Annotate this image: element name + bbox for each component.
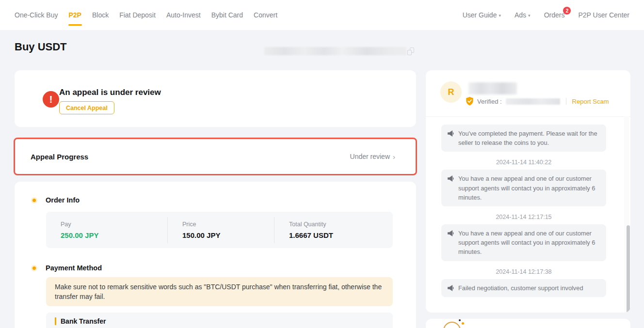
order-info-box: Pay 250.00 JPY Price 150.00 JPY Total Qu… [46, 212, 393, 248]
price-value: 150.00 JPY [182, 231, 274, 239]
message-timestamp: 2024-11-14 11:40:22 [441, 159, 606, 166]
sparkle-icon [462, 322, 464, 325]
chat-message-list: You've completed the payment. Please wai… [426, 116, 630, 312]
order-details-card: Order Info Pay 250.00 JPY Price 150.00 J… [15, 182, 416, 328]
ads-menu[interactable]: Ads▾ [515, 11, 531, 19]
order-info-section-header: Order Info [32, 196, 80, 204]
total-quantity-label: Total Quantity [289, 221, 393, 228]
caret-down-icon: ▾ [499, 13, 501, 18]
appeal-banner-card: ! An appeal is under review Cancel Appea… [15, 70, 416, 127]
bullet-dot-icon [32, 266, 36, 270]
sparkle-icon [459, 319, 461, 321]
megaphone-icon [447, 284, 454, 292]
chat-scrollbar-thumb[interactable] [627, 225, 630, 312]
price-label: Price [182, 221, 274, 228]
copy-icon-front [407, 50, 412, 55]
bank-transfer-label: Bank Transfer [61, 317, 106, 325]
copy-icon[interactable] [407, 47, 414, 55]
order-info-heading: Order Info [46, 196, 80, 204]
ads-label: Ads [515, 11, 526, 19]
appeal-progress-status[interactable]: Under review › [350, 153, 395, 161]
appeal-title: An appeal is under review [59, 88, 161, 97]
counterparty-avatar[interactable]: R [440, 81, 462, 103]
report-scam-link[interactable]: Report Scam [572, 98, 609, 105]
appeal-status-text: Under review [350, 153, 390, 160]
message-text: You've completed the payment. Please wai… [458, 129, 600, 147]
page-title: Buy USDT [15, 41, 67, 53]
megaphone-icon [447, 130, 454, 137]
accent-bar-icon [55, 317, 56, 325]
caret-down-icon: ▾ [528, 13, 531, 18]
payment-warning-note: Make sure not to remark sensitive words … [46, 277, 393, 306]
pay-value: 250.00 JPY [61, 231, 167, 239]
nav-block[interactable]: Block [92, 1, 109, 29]
user-guide-menu[interactable]: User Guide▾ [463, 11, 501, 19]
system-message-bubble: You've completed the payment. Please wai… [441, 125, 606, 152]
system-message-bubble: Failed negotiation, customer support inv… [441, 279, 606, 297]
payment-method-section-header: Payment Method [32, 264, 102, 272]
nav-tabs: One-Click Buy P2P Block Fiat Deposit Aut… [15, 1, 277, 29]
bank-transfer-row: Bank Transfer [55, 317, 106, 325]
payment-warning-text: Make sure not to remark sensitive words … [55, 282, 384, 302]
nav-fiat-deposit[interactable]: Fiat Deposit [119, 1, 156, 29]
system-message-bubble: You have a new appeal and one of our cus… [441, 224, 606, 261]
nav-convert[interactable]: Convert [254, 1, 277, 29]
appeal-progress-label: Appeal Progress [31, 153, 88, 161]
emoji-icon[interactable] [443, 322, 461, 328]
total-quantity-value: 1.6667 USDT [289, 231, 393, 239]
vertical-divider [566, 98, 566, 105]
alert-exclamation-icon: ! [43, 91, 59, 108]
orders-link[interactable]: Orders 2 [544, 11, 565, 19]
pay-field: Pay 250.00 JPY [46, 217, 167, 243]
message-text: You have a new appeal and one of our cus… [458, 174, 600, 202]
megaphone-icon [447, 175, 454, 182]
pay-label: Pay [61, 221, 167, 228]
message-text: Failed negotiation, customer support inv… [458, 283, 583, 293]
nav-utilities: User Guide▾ Ads▾ Orders 2 P2P User Cente… [463, 11, 629, 19]
nav-auto-invest[interactable]: Auto-Invest [166, 1, 201, 29]
p2p-user-center-link[interactable]: P2P User Center [578, 11, 629, 19]
orders-label: Orders [544, 11, 565, 19]
verified-label: Verified : [477, 98, 502, 105]
appeal-progress-row[interactable]: Appeal Progress Under review › [14, 138, 417, 175]
cancel-appeal-button[interactable]: Cancel Appeal [59, 101, 114, 114]
bullet-dot-icon [32, 199, 36, 202]
payment-method-heading: Payment Method [46, 264, 102, 272]
message-timestamp: 2024-11-14 12:17:15 [441, 214, 606, 220]
nav-one-click-buy[interactable]: One-Click Buy [15, 1, 58, 29]
counterparty-name-redacted [468, 82, 517, 94]
message-timestamp: 2024-11-14 12:17:38 [441, 268, 606, 275]
price-field: Price 150.00 JPY [167, 217, 274, 243]
verified-shield-icon [466, 97, 474, 106]
system-message-bubble: You have a new appeal and one of our cus… [441, 170, 606, 206]
message-text: You have a new appeal and one of our cus… [458, 229, 600, 257]
chevron-right-icon: › [393, 153, 395, 161]
order-number-redacted [264, 47, 406, 55]
chat-header: R Verified : Report Scam [426, 70, 630, 116]
top-navigation: One-Click Buy P2P Block Fiat Deposit Aut… [0, 0, 644, 30]
payment-method-box: Bank Transfer [46, 312, 393, 328]
megaphone-icon [447, 230, 454, 237]
verified-value-redacted [506, 98, 560, 105]
nav-p2p[interactable]: P2P [68, 1, 81, 29]
orders-count-badge: 2 [563, 7, 571, 15]
chat-input-area [426, 319, 630, 328]
user-guide-label: User Guide [463, 11, 497, 19]
chat-panel: R Verified : Report Scam You've complete… [426, 70, 630, 312]
total-quantity-field: Total Quantity 1.6667 USDT [274, 217, 393, 243]
verified-row: Verified : Report Scam [466, 97, 609, 106]
nav-bybit-card[interactable]: Bybit Card [211, 1, 243, 29]
